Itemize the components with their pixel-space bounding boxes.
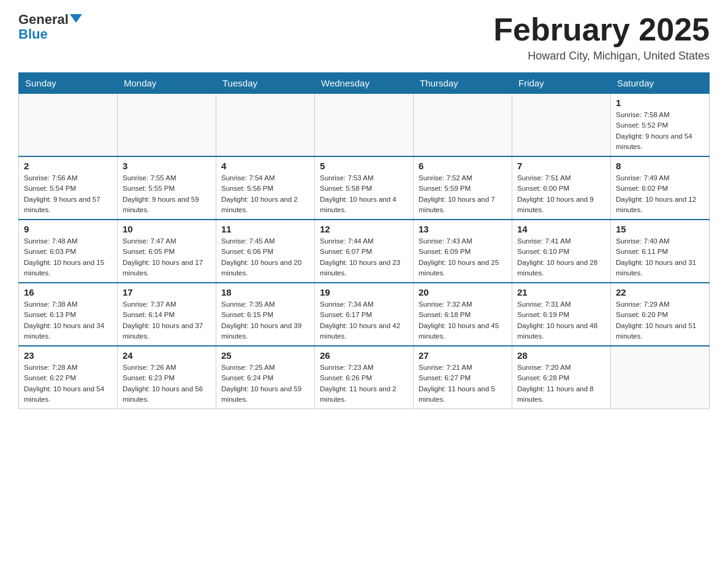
day-info: Sunrise: 7:56 AMSunset: 5:54 PMDaylight:…: [24, 173, 112, 215]
calendar-week-row: 16Sunrise: 7:38 AMSunset: 6:13 PMDayligh…: [19, 283, 710, 346]
day-info: Sunrise: 7:23 AMSunset: 6:26 PMDaylight:…: [320, 362, 408, 405]
calendar-day-cell: [19, 94, 118, 157]
title-block: February 2025 Howard City, Michigan, Uni…: [493, 12, 710, 63]
weekday-header-wednesday: Wednesday: [315, 73, 414, 94]
day-number: 19: [320, 287, 408, 297]
day-number: 9: [24, 224, 112, 234]
weekday-header-thursday: Thursday: [414, 73, 512, 94]
day-info: Sunrise: 7:52 AMSunset: 5:59 PMDaylight:…: [419, 173, 507, 215]
day-number: 14: [517, 224, 605, 234]
day-info: Sunrise: 7:37 AMSunset: 6:14 PMDaylight:…: [123, 299, 211, 342]
calendar-day-cell: [216, 94, 315, 157]
day-number: 28: [517, 350, 605, 361]
calendar-day-cell: 14Sunrise: 7:41 AMSunset: 6:10 PMDayligh…: [512, 220, 611, 283]
day-number: 10: [123, 224, 211, 234]
weekday-header-sunday: Sunday: [19, 73, 118, 94]
calendar-day-cell: 9Sunrise: 7:48 AMSunset: 6:03 PMDaylight…: [19, 220, 118, 283]
calendar-day-cell: [611, 346, 710, 409]
page-header: General Blue February 2025 Howard City, …: [18, 12, 710, 63]
calendar-table: SundayMondayTuesdayWednesdayThursdayFrid…: [18, 72, 710, 409]
day-number: 17: [123, 287, 211, 297]
day-info: Sunrise: 7:43 AMSunset: 6:09 PMDaylight:…: [419, 236, 507, 278]
calendar-day-cell: 6Sunrise: 7:52 AMSunset: 5:59 PMDaylight…: [414, 156, 512, 220]
calendar-week-row: 1Sunrise: 7:58 AMSunset: 5:52 PMDaylight…: [19, 94, 710, 157]
day-number: 20: [419, 287, 507, 297]
day-number: 23: [24, 350, 112, 361]
day-number: 8: [616, 161, 704, 171]
day-info: Sunrise: 7:55 AMSunset: 5:55 PMDaylight:…: [123, 173, 211, 215]
calendar-week-row: 23Sunrise: 7:28 AMSunset: 6:22 PMDayligh…: [19, 346, 710, 409]
calendar-day-cell: 28Sunrise: 7:20 AMSunset: 6:28 PMDayligh…: [512, 346, 611, 409]
day-number: 25: [221, 350, 309, 361]
logo-general: General: [18, 12, 69, 27]
day-number: 22: [616, 287, 704, 297]
logo: General Blue: [18, 12, 82, 42]
day-number: 7: [517, 161, 605, 171]
day-info: Sunrise: 7:34 AMSunset: 6:17 PMDaylight:…: [320, 299, 408, 342]
day-number: 6: [419, 161, 507, 171]
day-number: 2: [24, 161, 112, 171]
day-number: 11: [221, 224, 309, 234]
calendar-day-cell: 8Sunrise: 7:49 AMSunset: 6:02 PMDaylight…: [611, 156, 710, 220]
calendar-day-cell: 21Sunrise: 7:31 AMSunset: 6:19 PMDayligh…: [512, 283, 611, 346]
day-info: Sunrise: 7:51 AMSunset: 6:00 PMDaylight:…: [517, 173, 605, 215]
calendar-day-cell: 3Sunrise: 7:55 AMSunset: 5:55 PMDaylight…: [118, 156, 216, 220]
calendar-day-cell: 27Sunrise: 7:21 AMSunset: 6:27 PMDayligh…: [414, 346, 512, 409]
day-info: Sunrise: 7:47 AMSunset: 6:05 PMDaylight:…: [123, 236, 211, 278]
day-info: Sunrise: 7:26 AMSunset: 6:23 PMDaylight:…: [123, 362, 211, 405]
day-info: Sunrise: 7:29 AMSunset: 6:20 PMDaylight:…: [616, 299, 704, 342]
day-number: 1: [616, 98, 704, 108]
weekday-header-monday: Monday: [118, 73, 216, 94]
calendar-day-cell: 17Sunrise: 7:37 AMSunset: 6:14 PMDayligh…: [118, 283, 216, 346]
day-info: Sunrise: 7:53 AMSunset: 5:58 PMDaylight:…: [320, 173, 408, 215]
day-number: 12: [320, 224, 408, 234]
day-number: 15: [616, 224, 704, 234]
calendar-day-cell: [315, 94, 414, 157]
day-info: Sunrise: 7:20 AMSunset: 6:28 PMDaylight:…: [517, 362, 605, 405]
calendar-day-cell: 24Sunrise: 7:26 AMSunset: 6:23 PMDayligh…: [118, 346, 216, 409]
day-number: 5: [320, 161, 408, 171]
calendar-day-cell: 22Sunrise: 7:29 AMSunset: 6:20 PMDayligh…: [611, 283, 710, 346]
day-number: 27: [419, 350, 507, 361]
weekday-header-tuesday: Tuesday: [216, 73, 315, 94]
calendar-day-cell: 1Sunrise: 7:58 AMSunset: 5:52 PMDaylight…: [611, 94, 710, 157]
calendar-day-cell: 23Sunrise: 7:28 AMSunset: 6:22 PMDayligh…: [19, 346, 118, 409]
calendar-day-cell: 10Sunrise: 7:47 AMSunset: 6:05 PMDayligh…: [118, 220, 216, 283]
weekday-header-row: SundayMondayTuesdayWednesdayThursdayFrid…: [19, 73, 710, 94]
calendar-day-cell: 12Sunrise: 7:44 AMSunset: 6:07 PMDayligh…: [315, 220, 414, 283]
calendar-day-cell: 18Sunrise: 7:35 AMSunset: 6:15 PMDayligh…: [216, 283, 315, 346]
day-info: Sunrise: 7:54 AMSunset: 5:56 PMDaylight:…: [221, 173, 309, 215]
day-number: 16: [24, 287, 112, 297]
day-info: Sunrise: 7:25 AMSunset: 6:24 PMDaylight:…: [221, 362, 309, 405]
day-info: Sunrise: 7:35 AMSunset: 6:15 PMDaylight:…: [221, 299, 309, 342]
calendar-day-cell: [512, 94, 611, 157]
calendar-day-cell: 13Sunrise: 7:43 AMSunset: 6:09 PMDayligh…: [414, 220, 512, 283]
weekday-header-saturday: Saturday: [611, 73, 710, 94]
day-number: 4: [221, 161, 309, 171]
calendar-week-row: 2Sunrise: 7:56 AMSunset: 5:54 PMDaylight…: [19, 156, 710, 220]
day-info: Sunrise: 7:49 AMSunset: 6:02 PMDaylight:…: [616, 173, 704, 215]
calendar-day-cell: 2Sunrise: 7:56 AMSunset: 5:54 PMDaylight…: [19, 156, 118, 220]
calendar-day-cell: 26Sunrise: 7:23 AMSunset: 6:26 PMDayligh…: [315, 346, 414, 409]
calendar-day-cell: 7Sunrise: 7:51 AMSunset: 6:00 PMDaylight…: [512, 156, 611, 220]
calendar-day-cell: 19Sunrise: 7:34 AMSunset: 6:17 PMDayligh…: [315, 283, 414, 346]
calendar-day-cell: 20Sunrise: 7:32 AMSunset: 6:18 PMDayligh…: [414, 283, 512, 346]
calendar-day-cell: 4Sunrise: 7:54 AMSunset: 5:56 PMDaylight…: [216, 156, 315, 220]
calendar-day-cell: 5Sunrise: 7:53 AMSunset: 5:58 PMDaylight…: [315, 156, 414, 220]
logo-blue: Blue: [18, 27, 48, 42]
day-number: 18: [221, 287, 309, 297]
day-info: Sunrise: 7:38 AMSunset: 6:13 PMDaylight:…: [24, 299, 112, 342]
day-info: Sunrise: 7:32 AMSunset: 6:18 PMDaylight:…: [419, 299, 507, 342]
day-info: Sunrise: 7:40 AMSunset: 6:11 PMDaylight:…: [616, 236, 704, 278]
calendar-week-row: 9Sunrise: 7:48 AMSunset: 6:03 PMDaylight…: [19, 220, 710, 283]
calendar-day-cell: 15Sunrise: 7:40 AMSunset: 6:11 PMDayligh…: [611, 220, 710, 283]
day-number: 3: [123, 161, 211, 171]
calendar-day-cell: 11Sunrise: 7:45 AMSunset: 6:06 PMDayligh…: [216, 220, 315, 283]
calendar-day-cell: [118, 94, 216, 157]
day-number: 26: [320, 350, 408, 361]
weekday-header-friday: Friday: [512, 73, 611, 94]
day-info: Sunrise: 7:58 AMSunset: 5:52 PMDaylight:…: [616, 110, 704, 152]
day-info: Sunrise: 7:41 AMSunset: 6:10 PMDaylight:…: [517, 236, 605, 278]
day-info: Sunrise: 7:21 AMSunset: 6:27 PMDaylight:…: [419, 362, 507, 405]
day-info: Sunrise: 7:31 AMSunset: 6:19 PMDaylight:…: [517, 299, 605, 342]
